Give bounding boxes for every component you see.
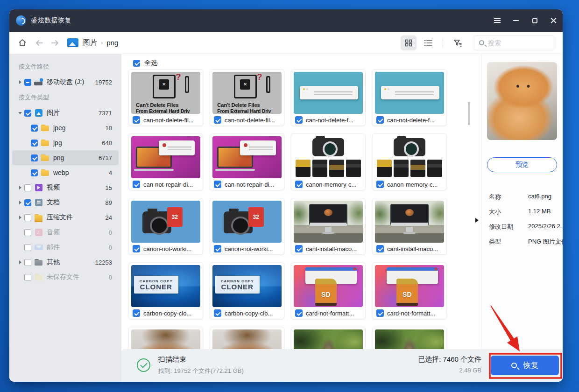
file-card[interactable]: can-not-repair-di... bbox=[128, 133, 203, 190]
checkbox[interactable] bbox=[133, 309, 140, 317]
tree-item-other[interactable]: 其他12253 bbox=[12, 255, 119, 270]
minimize-button[interactable] bbox=[507, 9, 525, 32]
filter-button[interactable] bbox=[450, 35, 466, 50]
file-card[interactable]: cant-install-maco... bbox=[372, 198, 447, 255]
tree-item-jpeg[interactable]: jpeg10 bbox=[12, 120, 119, 135]
file-card[interactable]: SDcard-not-formatt... bbox=[372, 262, 447, 319]
checkbox[interactable] bbox=[376, 116, 384, 124]
breadcrumb-current[interactable]: png bbox=[106, 39, 118, 47]
maximize-button[interactable] bbox=[525, 9, 544, 32]
panel-collapse-handle[interactable] bbox=[474, 217, 480, 224]
checkbox[interactable] bbox=[376, 309, 384, 317]
checkbox bbox=[24, 244, 31, 251]
checkbox[interactable] bbox=[295, 245, 303, 252]
forward-button[interactable] bbox=[50, 39, 60, 47]
detail-label: 大小 bbox=[489, 208, 528, 216]
home-button[interactable] bbox=[18, 38, 27, 48]
tree-item-drive-j[interactable]: 移动硬盘 (J:)19752 bbox=[12, 75, 119, 90]
sidebar-tree: 按文件路径移动硬盘 (J:)19752按文件类型图片7371jpeg10jpg6… bbox=[9, 54, 121, 382]
file-card[interactable]: 32canon-not-worki... bbox=[210, 198, 284, 255]
search-box[interactable] bbox=[474, 35, 554, 50]
tree-item-images[interactable]: 图片7371 bbox=[12, 105, 119, 120]
folder-icon bbox=[41, 124, 50, 132]
file-card-label-row: cant-install-maco... bbox=[373, 243, 446, 255]
tree-item-docs[interactable]: 文档89 bbox=[12, 195, 119, 210]
expander-icon[interactable] bbox=[17, 79, 23, 85]
checkbox[interactable] bbox=[24, 199, 31, 206]
recover-button[interactable]: 恢复 bbox=[491, 356, 559, 375]
file-card[interactable]: can-not-delete-f... bbox=[291, 69, 366, 126]
tree-item-mail[interactable]: 邮件0 bbox=[12, 240, 119, 255]
tree-item-label: 移动硬盘 (J:) bbox=[47, 78, 84, 86]
checkbox[interactable] bbox=[133, 181, 140, 188]
checkbox[interactable] bbox=[295, 309, 303, 317]
tree-item-jpg[interactable]: jpg640 bbox=[12, 135, 119, 150]
tree-item-video[interactable]: 视频15 bbox=[12, 180, 119, 195]
search-input[interactable] bbox=[488, 39, 539, 47]
file-card[interactable]: ✕?Can't Delete FilesFrom External Hard D… bbox=[210, 69, 284, 126]
file-card[interactable]: canon-memory-c... bbox=[291, 133, 366, 190]
thumbnail bbox=[375, 72, 444, 114]
detail-value: PNG 图片文件 bbox=[528, 238, 563, 246]
back-button[interactable] bbox=[35, 39, 44, 47]
select-all-row[interactable]: 全选 bbox=[132, 58, 481, 68]
thumbnail: ✕?Can't Delete FilesFrom External Hard D… bbox=[131, 72, 200, 114]
detail-row: 修改日期2025/2/26 2... bbox=[489, 223, 563, 231]
checkbox[interactable] bbox=[24, 184, 31, 191]
checkbox[interactable] bbox=[214, 245, 221, 252]
checkbox[interactable] bbox=[376, 181, 384, 188]
checkbox[interactable] bbox=[31, 140, 38, 147]
statusbar: 扫描结束 找到: 19752 个文件(772.21 GB) 已选择: 7460 … bbox=[121, 349, 563, 382]
checkbox[interactable] bbox=[31, 125, 38, 132]
expander-icon[interactable] bbox=[17, 214, 23, 221]
file-card[interactable]: cant-install-maco... bbox=[291, 198, 366, 255]
list-view-button[interactable] bbox=[420, 35, 436, 50]
logo-badge: CARBON COPYCLONER bbox=[134, 276, 178, 294]
checkbox[interactable] bbox=[133, 245, 140, 252]
tree-item-archive[interactable]: 压缩文件24 bbox=[12, 210, 119, 225]
file-card[interactable]: canon-memory-c... bbox=[372, 133, 447, 190]
checkbox[interactable] bbox=[214, 309, 221, 317]
expander-icon[interactable] bbox=[17, 259, 23, 266]
tree-item-webp[interactable]: webp4 bbox=[12, 165, 119, 180]
expander-icon[interactable] bbox=[17, 110, 23, 116]
tree-item-png[interactable]: png6717 bbox=[12, 150, 119, 165]
file-card-label-row: cant-install-maco... bbox=[291, 243, 365, 255]
file-card[interactable]: CARBON COPYCLONERcarbon-copy-clo... bbox=[128, 262, 203, 319]
section-header: 按文件类型 bbox=[9, 90, 121, 105]
checkbox[interactable] bbox=[24, 214, 31, 221]
checkbox[interactable] bbox=[24, 110, 31, 117]
checkbox[interactable] bbox=[31, 169, 38, 176]
expander-icon[interactable] bbox=[17, 199, 23, 206]
grid-view-button[interactable] bbox=[401, 35, 417, 50]
preview-button[interactable]: 预览 bbox=[487, 157, 557, 172]
tree-item-audio[interactable]: 音频0 bbox=[12, 225, 119, 240]
checkbox[interactable] bbox=[24, 79, 31, 86]
file-card-label-row: carbon-copy-clo... bbox=[210, 307, 284, 319]
select-all-checkbox[interactable] bbox=[133, 60, 140, 67]
detail-row: 类型PNG 图片文件 bbox=[489, 238, 563, 246]
checkbox[interactable] bbox=[214, 116, 221, 124]
checkbox[interactable] bbox=[31, 154, 38, 161]
vertical-scrollbar[interactable] bbox=[468, 102, 470, 125]
menu-button[interactable] bbox=[488, 9, 507, 32]
file-card[interactable]: can-not-delete-f... bbox=[372, 69, 447, 126]
breadcrumb-parent[interactable]: 图片 bbox=[83, 38, 97, 47]
checkbox[interactable] bbox=[295, 116, 303, 124]
file-card[interactable]: SDcard-not-formatt... bbox=[291, 262, 366, 319]
file-card[interactable]: ✕?Can't Delete FilesFrom External Hard D… bbox=[128, 69, 203, 126]
file-card[interactable]: CARBON COPYCLONERcarbon-copy-clo... bbox=[210, 262, 284, 319]
file-name: canon-not-worki... bbox=[143, 245, 191, 252]
expander-icon[interactable] bbox=[17, 184, 23, 191]
mail-icon bbox=[34, 244, 43, 251]
tree-item-unsaved[interactable]: 未保存文件0 bbox=[12, 270, 119, 285]
file-card[interactable]: can-not-repair-di... bbox=[210, 133, 284, 190]
checkbox[interactable] bbox=[214, 181, 221, 188]
close-button[interactable] bbox=[544, 9, 563, 32]
checkbox[interactable] bbox=[133, 116, 140, 124]
checkbox[interactable] bbox=[295, 181, 303, 188]
checkbox[interactable] bbox=[24, 259, 31, 266]
checkbox[interactable] bbox=[376, 245, 384, 252]
file-card-label-row: can-not-repair-di... bbox=[210, 178, 284, 190]
file-card[interactable]: 32canon-not-worki... bbox=[128, 198, 203, 255]
